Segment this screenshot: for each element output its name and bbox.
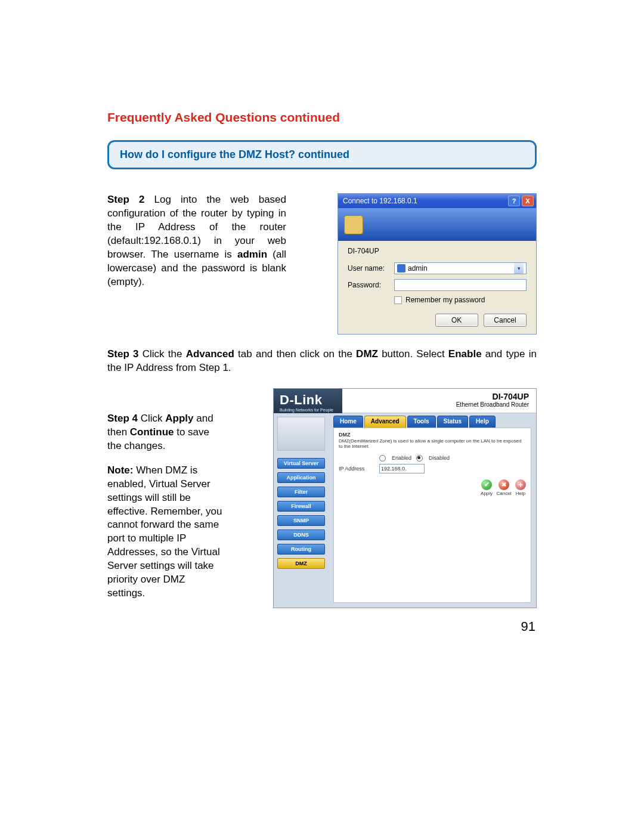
model-area: DI-704UP Ethernet Broadband Router bbox=[342, 389, 536, 413]
username-label: User name: bbox=[348, 264, 394, 272]
auth-dialog-banner bbox=[338, 208, 536, 241]
enabled-radio[interactable] bbox=[379, 455, 386, 462]
password-label: Password: bbox=[348, 281, 394, 289]
sidebar-item-virtual-server[interactable]: Virtual Server bbox=[277, 458, 325, 469]
router-tabbar: HomeAdvancedToolsStatusHelp bbox=[329, 416, 536, 428]
disabled-label: Disabled bbox=[429, 455, 450, 461]
cancel-button-router[interactable]: Cancel bbox=[497, 479, 512, 496]
step3-b: tab and then click on the bbox=[234, 348, 356, 360]
step3-label: Step 3 bbox=[107, 348, 139, 360]
device-image bbox=[277, 417, 325, 451]
step3-enable: Enable bbox=[448, 348, 482, 360]
step3-dmz: DMZ bbox=[356, 348, 378, 360]
auth-dialog-titlebar: Connect to 192.168.0.1 ? X bbox=[338, 194, 536, 208]
step2-label: Step 2 bbox=[107, 194, 144, 205]
chevron-down-icon[interactable]: ▾ bbox=[514, 263, 524, 274]
user-icon bbox=[397, 264, 405, 272]
ip-address-input[interactable]: 192.168.0. bbox=[379, 464, 425, 473]
page-number: 91 bbox=[107, 619, 537, 634]
sidebar-item-application[interactable]: Application bbox=[277, 472, 325, 483]
step2-text: Step 2 Log into the web based configurat… bbox=[107, 193, 286, 289]
step3-text: Step 3 Click the Advanced tab and then c… bbox=[107, 348, 537, 375]
step4-apply: Apply bbox=[165, 413, 193, 424]
step4-label: Step 4 bbox=[107, 413, 138, 424]
check-icon bbox=[481, 479, 492, 490]
username-field[interactable]: admin ▾ bbox=[394, 262, 527, 274]
username-value: admin bbox=[408, 264, 428, 272]
help-icon[interactable]: ? bbox=[508, 196, 520, 206]
sidebar-item-routing[interactable]: Routing bbox=[277, 544, 325, 555]
model-name: DI-704UP bbox=[342, 392, 529, 401]
plus-icon bbox=[515, 479, 526, 490]
dmz-panel: DMZ DMZ(Demilitarized Zone) is used to a… bbox=[333, 428, 531, 603]
ip-value: 192.168.0. bbox=[381, 466, 407, 472]
note-label: Note: bbox=[107, 465, 133, 476]
brand-tagline: Building Networks for People bbox=[280, 408, 336, 412]
password-field[interactable] bbox=[394, 279, 527, 291]
auth-dialog: Connect to 192.168.0.1 ? X DI-704UP User… bbox=[338, 193, 537, 335]
tab-status[interactable]: Status bbox=[437, 416, 469, 428]
step3-a: Click the bbox=[139, 348, 186, 360]
auth-realm: DI-704UP bbox=[348, 247, 527, 255]
sidebar-item-dmz[interactable]: DMZ bbox=[277, 558, 325, 569]
tab-advanced[interactable]: Advanced bbox=[364, 416, 406, 428]
x-icon bbox=[499, 479, 509, 490]
tab-help[interactable]: Help bbox=[469, 416, 496, 428]
panel-title: DMZ bbox=[339, 432, 526, 438]
sidebar-item-firewall[interactable]: Firewall bbox=[277, 501, 325, 512]
apply-button[interactable]: Apply bbox=[481, 479, 493, 496]
help-button[interactable]: Help bbox=[515, 479, 526, 496]
sidebar-item-filter[interactable]: Filter bbox=[277, 487, 325, 497]
cancel-label: Cancel bbox=[497, 491, 512, 496]
auth-dialog-title: Connect to 192.168.0.1 bbox=[343, 194, 417, 208]
step3-advanced: Advanced bbox=[186, 348, 234, 360]
enabled-label: Enabled bbox=[392, 455, 411, 461]
ip-address-label: IP Address bbox=[339, 466, 374, 472]
router-sidebar: Virtual ServerApplicationFilterFirewallS… bbox=[274, 413, 329, 608]
disabled-radio[interactable] bbox=[416, 455, 423, 462]
brand-name: D-Link bbox=[280, 392, 336, 408]
keys-icon bbox=[344, 215, 363, 234]
ok-button[interactable]: OK bbox=[435, 314, 478, 327]
apply-label: Apply bbox=[481, 491, 493, 496]
model-desc: Ethernet Broadband Router bbox=[342, 401, 529, 408]
remember-checkbox[interactable] bbox=[394, 296, 402, 304]
panel-actions: Apply Cancel Help bbox=[339, 479, 526, 496]
step2-row: Step 2 Log into the web based configurat… bbox=[107, 193, 537, 335]
step2-admin: admin bbox=[237, 249, 267, 260]
tab-tools[interactable]: Tools bbox=[407, 416, 436, 428]
cancel-button[interactable]: Cancel bbox=[484, 314, 527, 327]
faq-question-box: How do I configure the DMZ Host? continu… bbox=[107, 140, 537, 169]
manual-page: Frequently Asked Questions continued How… bbox=[0, 0, 644, 716]
router-admin-ui: D-Link Building Networks for People DI-7… bbox=[273, 388, 537, 608]
note-text: When DMZ is enabled, Virtual Server sett… bbox=[107, 465, 222, 599]
help-label: Help bbox=[516, 491, 525, 496]
faq-section-heading: Frequently Asked Questions continued bbox=[107, 110, 537, 125]
step4-continue: Continue bbox=[130, 426, 174, 438]
step4-a: Click bbox=[138, 413, 165, 424]
sidebar-item-snmp[interactable]: SNMP bbox=[277, 515, 325, 526]
step4-text: Step 4 Click Apply and then Continue to … bbox=[107, 412, 224, 600]
step3-c: button. Select bbox=[378, 348, 448, 360]
tab-home[interactable]: Home bbox=[333, 416, 363, 428]
remember-label: Remember my password bbox=[405, 296, 485, 304]
dlink-logo: D-Link Building Networks for People bbox=[274, 389, 342, 413]
sidebar-item-ddns[interactable]: DDNS bbox=[277, 529, 325, 540]
close-icon[interactable]: X bbox=[522, 196, 534, 206]
step4-row: Step 4 Click Apply and then Continue to … bbox=[107, 388, 537, 608]
panel-desc: DMZ(Demilitarized Zone) is used to allow… bbox=[339, 438, 526, 449]
router-header: D-Link Building Networks for People DI-7… bbox=[274, 389, 536, 413]
